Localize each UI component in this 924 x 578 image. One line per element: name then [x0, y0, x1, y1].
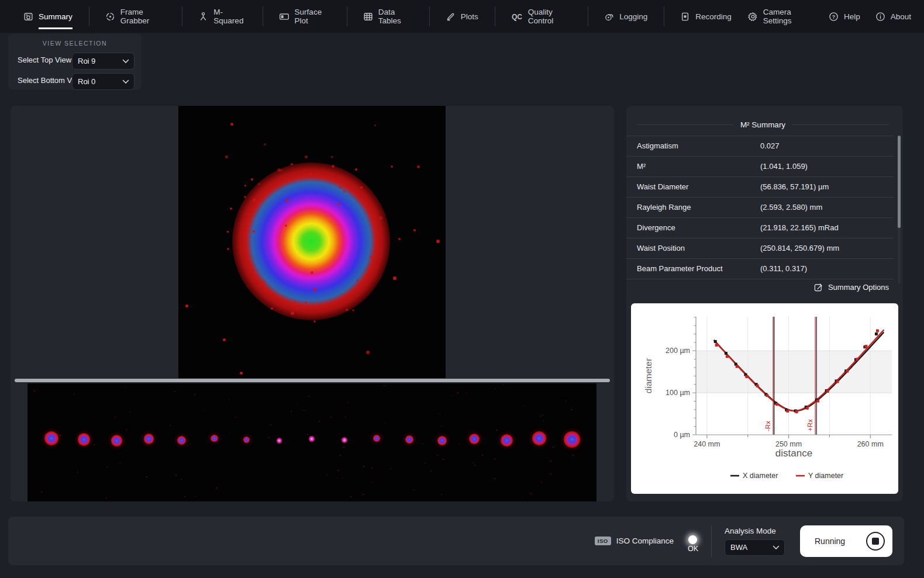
strip-noise-speck	[216, 487, 217, 489]
top-view-select[interactable]: Roi 9	[72, 53, 135, 70]
strip-noise-speck	[77, 472, 78, 473]
strip-noise-speck	[146, 476, 147, 477]
strip-noise-speck	[553, 447, 554, 448]
top-view-value: Roi 9	[78, 57, 95, 65]
app: SummaryFrame GrabberM-SquaredSurface Plo…	[0, 0, 924, 578]
strip-noise-speck	[363, 466, 364, 467]
beam-spot	[243, 437, 250, 443]
bottom-beam-strip-image	[27, 383, 597, 501]
strip-noise-speck	[345, 417, 346, 418]
strip-noise-speck	[530, 493, 532, 494]
svg-text:?: ?	[832, 13, 836, 19]
summary-row-label: Divergence	[637, 223, 675, 232]
summary-row-label: M²	[637, 162, 646, 171]
tab-logging[interactable]: Logging	[588, 0, 664, 33]
focus-icon	[105, 12, 115, 22]
beam-noise-speck	[360, 186, 363, 189]
beam-spot	[437, 436, 447, 445]
about-button[interactable]: About	[875, 12, 911, 22]
data-point	[775, 403, 778, 406]
beam-noise-speck	[251, 178, 253, 181]
nav-action-label: Help	[844, 12, 860, 21]
data-point	[745, 375, 748, 378]
strip-noise-speck	[566, 401, 567, 402]
strip-noise-speck	[541, 482, 542, 483]
strip-noise-speck	[496, 430, 497, 431]
tab-quality-control[interactable]: QCQuality Control	[495, 0, 588, 33]
summary-row-value: (250.814, 250.679) mm	[760, 244, 839, 252]
strip-noise-speck	[441, 425, 442, 427]
camera-settings-button[interactable]: Camera Settings	[748, 8, 813, 25]
strip-noise-speck	[268, 437, 270, 438]
strip-noise-speck	[319, 421, 320, 422]
tab-plots[interactable]: Plots	[429, 0, 495, 33]
summary-scrollbar[interactable]	[898, 136, 901, 284]
beam-noise-speck	[413, 229, 416, 231]
chevron-down-icon	[122, 79, 129, 84]
x-tick-label: 250 mm	[775, 440, 802, 448]
data-point	[806, 407, 809, 410]
strip-noise-speck	[474, 465, 475, 466]
edit-icon	[814, 283, 823, 292]
beam-spot	[177, 436, 186, 445]
summary-row-value: (56.836, 57.191) µm	[760, 182, 829, 191]
tab-recording[interactable]: Recording	[664, 0, 748, 33]
strip-noise-speck	[74, 393, 75, 394]
tab-frame-grabber[interactable]: Frame Grabber	[89, 0, 182, 33]
beam-noise-speck	[391, 165, 393, 168]
strip-noise-speck	[340, 455, 341, 456]
summary-row-label: Beam Parameter Product	[637, 264, 723, 273]
view-splitter-handle[interactable]	[15, 379, 610, 382]
data-point	[736, 365, 739, 368]
tab-surface-plot[interactable]: Surface Plot	[263, 0, 347, 33]
beam-spot	[342, 437, 347, 443]
tab-data-tables[interactable]: Data Tables	[347, 0, 429, 33]
strip-noise-speck	[522, 496, 523, 497]
beam-profile-blob	[232, 162, 390, 320]
status-bar: ISO ISO Compliance OK Analysis Mode BWA …	[8, 517, 904, 565]
strip-noise-speck	[439, 413, 440, 414]
strip-noise-speck	[181, 479, 182, 480]
summary-options-button[interactable]: Summary Options	[814, 283, 889, 292]
summary-row-m-: M²(1.041, 1.059)	[626, 156, 894, 176]
beam-noise-speck	[185, 304, 188, 307]
tab-label: Summary	[39, 4, 73, 29]
summary-row-label: Rayleigh Range	[637, 203, 691, 212]
top-view-label: Select Top View	[18, 56, 71, 64]
strip-noise-speck	[41, 492, 42, 493]
summary-scrollbar-thumb[interactable]	[898, 136, 901, 228]
beam-noise-speck	[305, 155, 308, 158]
status-bar-content: ISO ISO Compliance OK Analysis Mode BWA …	[595, 517, 892, 565]
strip-noise-speck	[384, 422, 385, 423]
beam-noise-speck	[244, 185, 246, 186]
strip-noise-speck	[94, 444, 95, 445]
strip-noise-speck	[466, 393, 467, 394]
top-beam-image	[178, 106, 446, 378]
beam-spot	[564, 431, 580, 447]
strip-noise-speck	[291, 411, 292, 412]
bottom-view-select[interactable]: Roi 0	[72, 73, 135, 90]
data-point	[756, 385, 759, 387]
data-point	[714, 340, 717, 343]
tab-m-squared[interactable]: M-Squared	[182, 0, 262, 33]
beam-noise-speck	[291, 312, 294, 315]
strip-noise-speck	[413, 489, 415, 490]
strip-noise-speck	[126, 430, 127, 431]
beam-noise-speck	[227, 248, 229, 250]
strip-noise-speck	[347, 402, 349, 403]
top-view-row: Select Top View	[18, 56, 71, 64]
help-button[interactable]: ?Help	[829, 12, 860, 22]
summary-row-label: Waist Position	[637, 244, 685, 252]
strip-noise-speck	[495, 388, 496, 389]
nav-action-label: About	[891, 12, 911, 21]
strip-noise-speck	[390, 468, 391, 469]
analysis-mode-select[interactable]: BWA	[725, 539, 785, 556]
stop-run-button[interactable]: Running	[800, 525, 892, 557]
beam-noise-speck	[374, 124, 376, 126]
tab-summary[interactable]: Summary	[7, 0, 89, 33]
beam-noise-speck	[355, 168, 357, 171]
strip-noise-speck	[494, 478, 495, 479]
view-selection-title: VIEW SELECTION	[8, 40, 142, 47]
strip-noise-speck	[175, 475, 177, 476]
strip-noise-speck	[573, 455, 574, 456]
